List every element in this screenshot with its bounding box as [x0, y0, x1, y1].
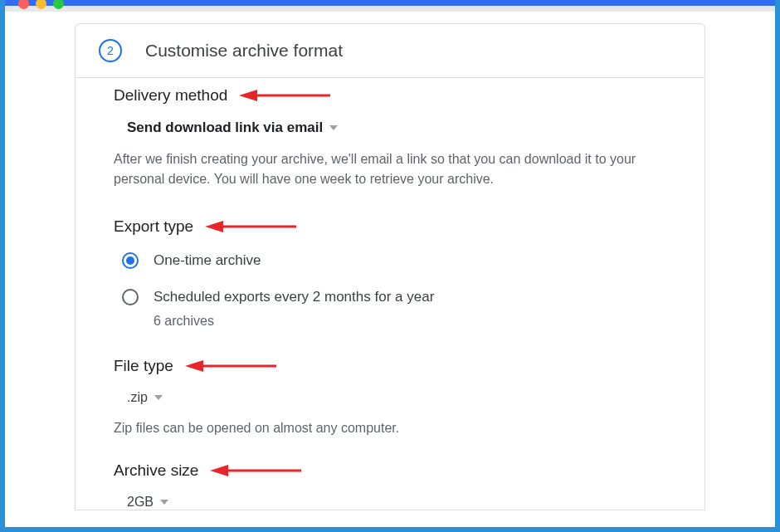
svg-marker-5 [185, 360, 203, 372]
archive-size-selected: 2GB [127, 495, 154, 510]
export-onetime-radio[interactable]: One-time archive [122, 252, 666, 269]
chevron-down-icon [160, 500, 168, 505]
archive-size-label: Archive size [114, 461, 666, 480]
delivery-method-dropdown[interactable]: Send download link via email [127, 120, 666, 136]
progress-strip [5, 0, 775, 8]
minimize-window-icon[interactable] [36, 0, 46, 9]
svg-marker-7 [210, 465, 228, 476]
window-traffic-lights [18, 0, 64, 9]
step-title: Customise archive format [145, 41, 343, 61]
delivery-method-help: After we finish creating your archive, w… [114, 149, 666, 189]
annotation-arrow-icon [205, 219, 296, 234]
chevron-down-icon [154, 395, 163, 400]
delivery-method-label: Delivery method [114, 86, 666, 105]
file-type-label: File type [114, 357, 666, 375]
export-scheduled-radio[interactable]: Scheduled exports every 2 months for a y… [122, 289, 666, 305]
file-type-text: File type [114, 357, 173, 375]
file-type-dropdown[interactable]: .zip [127, 390, 666, 405]
svg-marker-1 [239, 90, 257, 101]
annotation-arrow-icon [239, 88, 330, 103]
export-scheduled-label: Scheduled exports every 2 months for a y… [154, 289, 434, 305]
export-type-text: Export type [114, 217, 193, 236]
export-onetime-label: One-time archive [154, 252, 261, 269]
step-number-badge: 2 [99, 39, 122, 62]
step-number: 2 [107, 44, 114, 57]
delivery-method-selected: Send download link via email [127, 120, 323, 136]
archive-size-text: Archive size [114, 461, 198, 480]
chevron-down-icon [329, 125, 338, 130]
close-window-icon[interactable] [18, 0, 29, 9]
annotation-arrow-icon [185, 359, 276, 373]
radio-selected-icon [122, 252, 139, 269]
export-type-label: Export type [114, 217, 666, 236]
archive-size-dropdown[interactable]: 2GB [127, 495, 666, 510]
svg-marker-3 [205, 221, 223, 232]
step-header[interactable]: 2 Customise archive format [76, 24, 704, 78]
export-scheduled-sublabel: 6 archives [154, 314, 666, 329]
maximize-window-icon[interactable] [53, 0, 64, 9]
radio-unselected-icon [122, 289, 139, 305]
file-type-help: Zip files can be opened on almost any co… [114, 418, 666, 438]
delivery-method-text: Delivery method [114, 86, 227, 105]
annotation-arrow-icon [210, 463, 301, 478]
archive-format-card: 2 Customise archive format Delivery meth… [75, 23, 705, 510]
file-type-selected: .zip [127, 390, 148, 405]
